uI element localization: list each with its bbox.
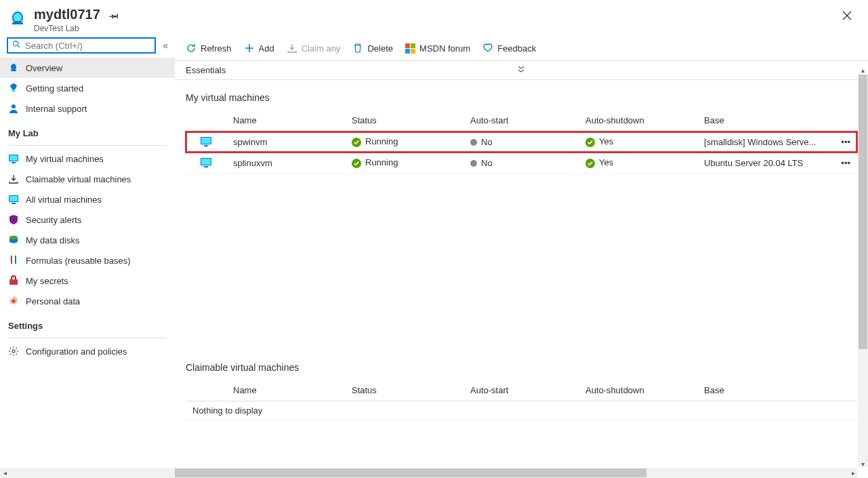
refresh-icon <box>186 43 197 54</box>
sidebar-item-label: Configuration and policies <box>26 346 127 357</box>
col-autostart[interactable]: Auto-start <box>463 110 579 132</box>
search-input[interactable] <box>25 41 150 51</box>
devtest-lab-icon <box>7 8 28 30</box>
sidebar-item-label: My data disks <box>26 235 79 245</box>
sidebar-item-my-vms[interactable]: My virtual machines <box>0 148 175 169</box>
scroll-thumb[interactable] <box>175 469 646 477</box>
sidebar-item-formulas[interactable]: Formulas (reusable bases) <box>0 250 175 271</box>
table-row[interactable]: spwinvmRunningNoYes[smalldisk] Windows S… <box>186 132 857 153</box>
col-status[interactable]: Status <box>345 110 463 132</box>
download-icon <box>8 174 19 184</box>
sidebar-item-all-vms[interactable]: All virtual machines <box>0 189 175 210</box>
microsoft-icon <box>405 43 415 54</box>
scroll-right-icon[interactable]: ▸ <box>848 468 858 478</box>
person-icon <box>8 103 19 114</box>
sidebar-item-data-disks[interactable]: My data disks <box>0 230 175 250</box>
sidebar-section-settings: Settings <box>0 311 175 335</box>
col-autoshutdown[interactable]: Auto-shutdown <box>579 380 697 401</box>
my-vms-table: Name Status Auto-start Auto-shutdown Bas… <box>186 110 857 174</box>
col-autostart[interactable]: Auto-start <box>463 380 579 401</box>
close-icon[interactable] <box>838 7 856 26</box>
vm-name: spwinvm <box>226 132 345 153</box>
delete-button[interactable]: Delete <box>351 40 394 56</box>
claimable-vms-title: Claimable virtual machines <box>175 350 868 380</box>
vm-name: splinuxvm <box>226 153 345 174</box>
download-icon <box>287 43 297 54</box>
msdn-forum-button[interactable]: MSDN forum <box>404 41 472 56</box>
svg-rect-5 <box>12 162 16 163</box>
search-icon <box>12 40 21 51</box>
vm-autoshutdown: Yes <box>579 153 697 174</box>
shield-icon <box>8 214 19 225</box>
svg-rect-12 <box>9 279 18 285</box>
vm-base: Ubuntu Server 20.04 LTS <box>697 153 834 174</box>
gear-icon <box>8 296 19 306</box>
sidebar-item-internal-support[interactable]: Internal support <box>0 98 175 119</box>
sidebar-item-getting-started[interactable]: Getting started <box>0 78 175 98</box>
sidebar-item-config-policies[interactable]: Configuration and policies <box>0 341 175 361</box>
sidebar-item-label: Security alerts <box>26 215 81 225</box>
collapse-sidebar-icon[interactable]: « <box>163 40 168 51</box>
svg-rect-7 <box>9 196 18 201</box>
flask-icon <box>8 255 19 266</box>
svg-rect-10 <box>11 256 12 264</box>
vm-icon <box>8 194 19 205</box>
col-name[interactable]: Name <box>226 380 345 401</box>
add-button[interactable]: Add <box>243 40 276 56</box>
sidebar-item-label: All virtual machines <box>26 195 102 205</box>
sidebar-item-personal-data[interactable]: Personal data <box>0 291 175 311</box>
sidebar-item-label: Getting started <box>26 83 83 94</box>
scroll-up-icon[interactable]: ▴ <box>858 65 868 75</box>
col-base[interactable]: Base <box>697 380 837 401</box>
svg-rect-11 <box>15 256 16 264</box>
scroll-thumb[interactable] <box>859 75 867 349</box>
vm-autostart: No <box>463 132 579 153</box>
sidebar-item-label: Overview <box>26 63 62 73</box>
feedback-button[interactable]: Feedback <box>481 40 537 56</box>
vertical-scrollbar[interactable]: ▴ ▾ <box>858 75 868 467</box>
sidebar-item-secrets[interactable]: My secrets <box>0 271 175 291</box>
sidebar-item-overview[interactable]: Overview <box>0 58 175 78</box>
sidebar-item-label: My virtual machines <box>26 154 104 164</box>
more-actions-icon[interactable]: ••• <box>834 153 857 174</box>
pin-icon[interactable] <box>109 11 119 20</box>
sidebar-section-mylab: My Lab <box>0 119 175 142</box>
lock-icon <box>8 275 19 286</box>
scroll-down-icon[interactable]: ▾ <box>858 459 868 469</box>
svg-rect-20 <box>204 166 208 167</box>
col-base[interactable]: Base <box>697 110 834 132</box>
vm-status: Running <box>345 153 463 174</box>
sidebar-item-security-alerts[interactable]: Security alerts <box>0 210 175 230</box>
scroll-left-icon[interactable]: ◂ <box>0 468 9 478</box>
my-vms-title: My virtual machines <box>175 80 868 110</box>
essentials-section[interactable]: Essentials <box>175 61 868 80</box>
col-name[interactable]: Name <box>226 110 345 132</box>
refresh-button[interactable]: Refresh <box>184 40 233 56</box>
svg-rect-4 <box>9 155 18 161</box>
more-actions-icon[interactable]: ••• <box>834 132 857 153</box>
col-status[interactable]: Status <box>345 380 463 401</box>
button-label: Refresh <box>201 43 232 54</box>
chevron-down-double-icon[interactable] <box>226 65 817 75</box>
svg-rect-8 <box>12 203 16 204</box>
sidebar-item-claimable-vms[interactable]: Claimable virtual machines <box>0 169 175 189</box>
button-label: MSDN forum <box>419 43 470 54</box>
vm-status: Running <box>345 132 463 153</box>
table-row[interactable]: splinuxvmRunningNoYesUbuntu Server 20.04… <box>186 153 857 174</box>
vm-autoshutdown: Yes <box>579 132 697 153</box>
search-input-wrapper[interactable] <box>7 37 156 54</box>
lab-icon <box>8 62 19 73</box>
trash-icon <box>352 43 363 54</box>
heart-icon <box>482 43 493 54</box>
vm-autostart: No <box>463 153 579 174</box>
button-label: Add <box>259 43 274 54</box>
sidebar-item-label: Claimable virtual machines <box>26 174 131 184</box>
horizontal-scrollbar[interactable]: ◂ ▸ <box>0 468 858 478</box>
sidebar-item-label: Internal support <box>26 104 87 114</box>
svg-line-1 <box>18 45 20 47</box>
col-autoshutdown[interactable]: Auto-shutdown <box>579 110 697 132</box>
svg-rect-17 <box>204 145 208 146</box>
button-label: Feedback <box>497 43 536 54</box>
divider <box>8 338 167 338</box>
rocket-icon <box>8 83 19 94</box>
